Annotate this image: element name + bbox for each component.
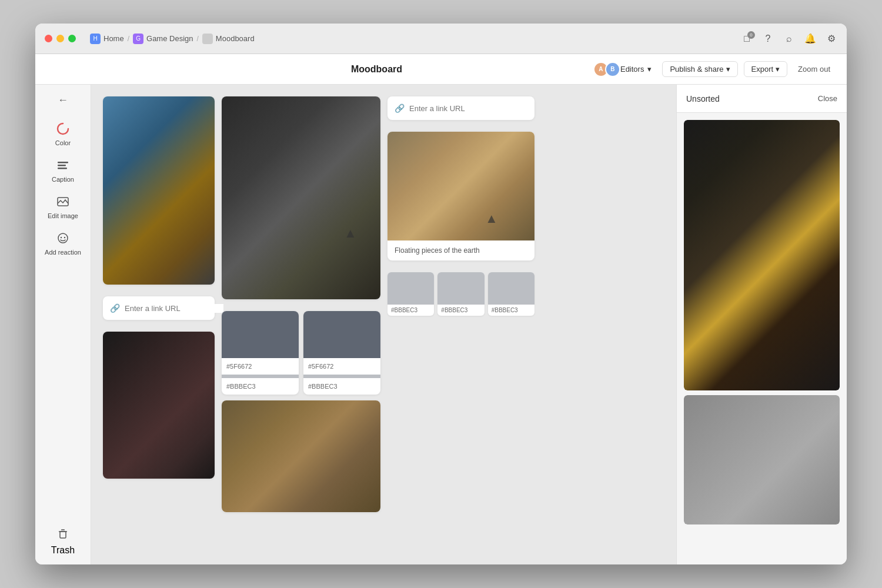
bottom-color-swatch-3 [488,272,534,305]
rock-caption-card[interactable]: Floating pieces of the earth [387,132,534,260]
toolbar-edit-image[interactable]: Edit image [42,189,83,223]
svg-rect-0 [58,162,68,163]
back-button[interactable]: ← [51,91,75,109]
svg-rect-1 [58,165,66,166]
breadcrumb-moodboard[interactable]: Moodboard [202,34,255,44]
add-reaction-label: Add reaction [45,249,81,256]
right-panel: Unsorted Close [676,85,847,564]
bottom-color-swatch-2 [437,272,484,305]
image-card-man[interactable] [222,96,380,299]
title-bar: H Home / G Game Design / Moodboard □ 0 ?… [35,24,847,54]
edit-image-label: Edit image [48,212,78,219]
device-icon[interactable]: □ 0 [741,33,753,45]
svg-point-4 [58,233,68,243]
close-window-button[interactable] [45,35,52,42]
canvas-column-3: 🔗 Floating pieces of the earth #BBBEC3 [387,96,534,322]
export-button[interactable]: Export ▾ [744,61,788,77]
color-swatch-top-2 [303,311,380,358]
unsorted-label: Unsorted [686,94,720,103]
search-icon[interactable]: ⌕ [783,33,795,45]
main-area: ← Color Caption [35,85,847,564]
color-label-bot-2: #BBBEC3 [303,378,380,395]
breadcrumb-moodboard-label: Moodboard [216,34,255,43]
image-card-dragon-head[interactable] [103,332,215,479]
export-label: Export [751,65,774,74]
link-input-card-2[interactable]: 🔗 [387,96,534,120]
svg-rect-2 [58,168,67,169]
breadcrumb-sep-2: / [197,35,199,43]
rp-image-native-warrior[interactable] [684,120,840,390]
toolbar-add-reaction[interactable]: Add reaction [42,226,83,260]
edit-image-icon [55,193,71,210]
app-bar-right: A B Editors ▾ Publish & share ▾ Export ▾… [589,59,835,79]
gamedesign-icon: G [133,34,143,44]
publish-chevron-icon: ▾ [726,65,730,74]
svg-point-5 [61,237,62,238]
toolbar-bottom: Trash [42,524,83,559]
editors-avatars: A B [593,62,617,77]
close-panel-button[interactable]: Close [818,94,837,103]
image-card-dragon-fire[interactable] [103,96,215,285]
link-input-field-2[interactable] [409,104,527,113]
zoom-out-button[interactable]: Zoom out [793,62,835,76]
color-label-top-1: #5F6672 [222,358,299,375]
maximize-window-button[interactable] [68,35,76,42]
editors-button[interactable]: A B Editors ▾ [589,59,656,79]
notifications-icon[interactable]: 🔔 [804,33,816,45]
toolbar-color[interactable]: Color [42,116,83,151]
trash-button[interactable]: Trash [42,524,83,559]
breadcrumb-home[interactable]: H Home [90,34,124,44]
trash-label: Trash [51,545,75,556]
link-icon-2: 🔗 [395,103,405,113]
canvas-column-2: #5F6672 #BBBEC3 #5F6672 #BBBEC3 [222,96,380,518]
help-icon[interactable]: ? [762,33,774,45]
link-input-card[interactable]: 🔗 [103,296,215,320]
breadcrumb: H Home / G Game Design / Moodboard [90,34,255,44]
color-card-1[interactable]: #5F6672 #BBBEC3 [222,311,299,395]
caption-label: Caption [52,176,74,183]
settings-icon[interactable]: ⚙ [826,33,837,45]
minimize-window-button[interactable] [56,35,64,42]
svg-rect-7 [60,532,66,538]
caption-icon [55,157,71,173]
app-bar: Moodboard A B Editors ▾ Publish & share … [35,54,847,85]
bottom-color-grid: #BBBEC3 #BBBEC3 #BBBEC3 [387,272,534,316]
right-panel-content[interactable] [677,113,847,564]
breadcrumb-gamedesign[interactable]: G Game Design [133,34,193,44]
app-window: H Home / G Game Design / Moodboard □ 0 ?… [35,24,847,564]
publish-share-button[interactable]: Publish & share ▾ [662,61,737,77]
color-icon [55,121,71,137]
breadcrumb-sep-1: / [128,35,129,43]
right-panel-header: Unsorted Close [677,85,847,113]
avatar-2: B [605,62,620,77]
color-card-2[interactable]: #5F6672 #BBBEC3 [303,311,380,395]
canvas-area[interactable]: 🔗 [91,85,676,564]
image-card-helmet[interactable] [222,400,380,512]
image-rock [387,132,534,240]
canvas-column-1: 🔗 [103,96,215,485]
svg-point-6 [64,237,65,238]
rp-image-native-2[interactable] [684,395,840,524]
app-title: Moodboard [165,64,589,75]
bottom-color-2[interactable]: #BBBEC3 [437,272,484,316]
rock-caption-text: Floating pieces of the earth [387,240,534,260]
image-man [222,96,380,299]
home-icon: H [90,34,101,44]
bottom-color-3[interactable]: #BBBEC3 [488,272,534,316]
image-dragon-fire [103,96,215,285]
editors-chevron-icon: ▾ [647,65,652,74]
bottom-color-label-1: #BBBEC3 [387,305,434,316]
image-native-warrior [684,120,840,390]
bottom-color-label-3: #BBBEC3 [488,305,534,316]
left-toolbar: ← Color Caption [35,85,91,564]
device-badge: 0 [747,31,755,39]
toolbar-caption[interactable]: Caption [42,153,83,187]
color-swatch-top-1 [222,311,299,358]
publish-share-label: Publish & share [670,65,723,74]
link-input-field[interactable] [125,304,223,313]
link-icon: 🔗 [110,303,120,313]
image-dragon-head [103,332,215,479]
bottom-color-1[interactable]: #BBBEC3 [387,272,434,316]
editors-label: Editors [620,65,644,74]
color-label-bot-1: #BBBEC3 [222,378,299,395]
